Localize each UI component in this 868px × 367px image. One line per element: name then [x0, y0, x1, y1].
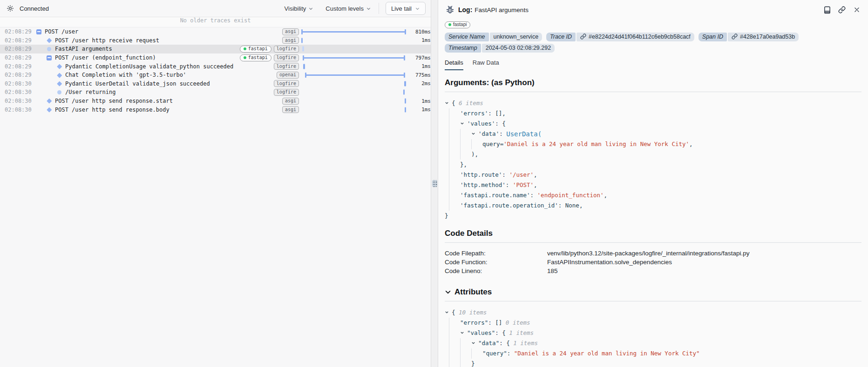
json-line: { 10 items: [445, 307, 861, 318]
json-line: 'fastapi.route.name': 'endpoint_function…: [445, 190, 861, 200]
span-name: POST /user: [45, 28, 78, 35]
badge-value[interactable]: #e8224d24d41f064b112c6eb9cb58cacf: [576, 33, 694, 41]
no-older-traces-banner: No older traces exist: [0, 17, 431, 27]
span-name: POST /user http receive request: [55, 37, 159, 44]
indent-guide: [460, 338, 471, 348]
tab-details[interactable]: Details: [445, 59, 463, 70]
trace-timestamp: 02:08:29: [5, 63, 32, 70]
trace-row[interactable]: 02:08:30POST /user http send response.st…: [0, 97, 431, 106]
collapse-chevron-icon[interactable]: [445, 307, 452, 318]
detail-header: Log: FastAPI arguments: [445, 4, 861, 15]
span-name: FastAPI arguments: [55, 46, 112, 52]
live-tail-button[interactable]: Live tail: [386, 2, 426, 15]
duration-bar: [301, 27, 408, 36]
badge-value: 2024-05-03 02:08:29.292: [482, 44, 555, 53]
indent-guide: [449, 338, 460, 348]
visibility-dropdown[interactable]: Visibility: [285, 5, 314, 12]
attributes-collapse-button[interactable]: [445, 289, 451, 295]
trace-timestamp: 02:08:29: [5, 28, 32, 35]
trace-row[interactable]: 02:08:29POST /userasgi810ms: [0, 27, 431, 36]
badge-value[interactable]: #428e17a0ea9ad53b: [728, 33, 799, 41]
code-details-heading: Code Details: [445, 229, 861, 238]
indent-guide: [449, 348, 460, 359]
close-icon: [854, 7, 860, 13]
indent-guide: [449, 359, 460, 367]
trace-list: 02:08:29POST /userasgi810ms02:08:29POST …: [0, 27, 431, 114]
trace-timestamp: 02:08:29: [5, 72, 32, 78]
connection-status: Connected: [20, 5, 49, 12]
duration-label: 1ms: [410, 63, 431, 69]
json-line: ),: [445, 149, 861, 160]
json-line: "errors": [] 0 items: [445, 318, 861, 328]
tag-logfire: logfire: [274, 46, 299, 53]
indent-guide: [449, 139, 460, 149]
span-diamond-icon: [46, 99, 52, 103]
span-name: POST /user http send response.start: [55, 98, 173, 104]
badge-value: unknown_service: [490, 33, 542, 41]
trace-row[interactable]: 02:08:30/User returninglogfire: [0, 88, 431, 97]
tag-asgi: asgi: [282, 98, 299, 105]
detail-kind-label: Log:: [458, 6, 472, 13]
tag-asgi: asgi: [282, 28, 299, 35]
span-name: Pydantic UserDetail validate_json succee…: [65, 80, 210, 87]
json-line: 'http.route': '/user',: [445, 170, 861, 180]
link-icon: [838, 6, 846, 13]
detail-tabs: DetailsRaw Data: [445, 59, 861, 70]
close-button[interactable]: [852, 5, 861, 14]
collapse-chevron-icon[interactable]: [471, 338, 478, 348]
green-dot-icon: [244, 56, 246, 59]
json-line: "values": { 1 items: [445, 328, 861, 338]
indent-guide: [460, 359, 471, 367]
arguments-heading: Arguments: (as Python): [445, 78, 861, 87]
collapse-chevron-icon[interactable]: [445, 98, 452, 108]
tag-logfire: logfire: [274, 89, 299, 96]
tag-fastapi: fastapi: [240, 46, 271, 53]
trace-row[interactable]: 02:08:30POST /user http send response.bo…: [0, 105, 431, 114]
json-line: 'http.method': 'POST',: [445, 180, 861, 190]
json-line: }: [445, 211, 861, 221]
chevron-down-icon: [445, 289, 451, 295]
duration-bar: [301, 36, 408, 45]
duration-bar: [301, 53, 408, 62]
indent-guide: [449, 108, 460, 119]
json-line: 'fastapi.route.operation_id': None,: [445, 200, 861, 211]
attributes-json-tree: { 10 items"errors": [] 0 items"values": …: [445, 307, 861, 367]
custom-levels-dropdown[interactable]: Custom levels: [326, 5, 371, 12]
collapse-chevron-icon[interactable]: [460, 119, 467, 129]
span-diamond-icon: [56, 82, 62, 86]
indent-guide: [449, 180, 460, 190]
code-details-table: Code Filepath:venv/lib/python3.12/site-p…: [445, 249, 861, 275]
trace-row[interactable]: 02:08:29FastAPI argumentsfastapilogfire: [0, 45, 431, 53]
panel-view-button[interactable]: [822, 5, 832, 14]
duration-bar: [301, 45, 408, 53]
trace-row[interactable]: 02:08:29POST /user http receive requesta…: [0, 36, 431, 45]
json-line: }: [445, 359, 861, 367]
trace-row[interactable]: 02:08:29Chat Completion with 'gpt-3.5-tu…: [0, 71, 431, 80]
duration-label: 1ms: [410, 37, 431, 43]
copy-link-button[interactable]: [837, 5, 847, 14]
trace-timestamp: 02:08:30: [5, 80, 32, 87]
tag-logfire: logfire: [274, 80, 299, 87]
trace-row[interactable]: 02:08:30Pydantic UserDetail validate_jso…: [0, 80, 431, 88]
chevron-down-icon: [366, 6, 371, 11]
span-name: POST /user http send response.body: [55, 107, 170, 113]
tag-logfire: logfire: [274, 54, 299, 61]
trace-row[interactable]: 02:08:29Pydantic CompletionUsage validat…: [0, 62, 431, 71]
tab-raw-data[interactable]: Raw Data: [473, 59, 499, 70]
duration-label: 775ms: [410, 72, 431, 78]
span-diamond-icon: [46, 108, 52, 112]
collapse-chevron-icon[interactable]: [471, 129, 478, 139]
green-dot-icon: [244, 47, 246, 50]
collapse-chevron-icon[interactable]: [460, 328, 467, 338]
json-line: "data": { 1 items: [445, 338, 861, 348]
duration-label: 1ms: [410, 98, 431, 104]
badge-service-name: Service Nameunknown_service: [445, 33, 542, 41]
duration-label: 810ms: [410, 29, 431, 35]
trace-row[interactable]: 02:08:29POST /user (endpoint_function)fa…: [0, 53, 431, 62]
settings-button[interactable]: [5, 3, 16, 14]
duration-label: 1ms: [410, 107, 431, 113]
link-icon: [732, 33, 738, 40]
panel-resize-handle[interactable]: [432, 180, 437, 187]
link-icon: [580, 33, 586, 40]
trace-timestamp: 02:08:30: [5, 107, 32, 113]
